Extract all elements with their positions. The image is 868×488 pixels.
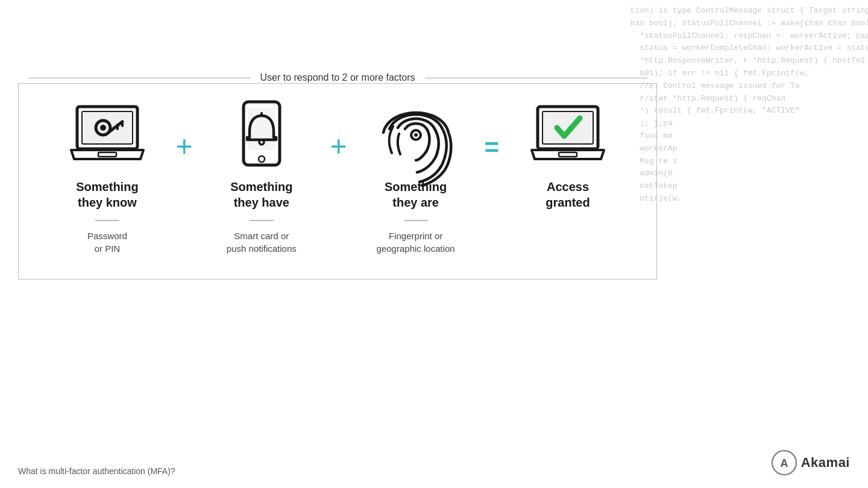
phone-bell-icon <box>222 102 301 168</box>
akamai-icon: A <box>771 449 797 476</box>
mfa-label: What is multi-factor authentication (MFA… <box>18 466 175 476</box>
plus-operator-2: + <box>330 120 347 161</box>
factor-have-divider <box>250 220 274 221</box>
plus-operator-1: + <box>176 120 193 161</box>
factor-have: Somethingthey have Smart card orpush not… <box>201 102 322 255</box>
factor-access-granted: Accessgranted <box>508 102 628 220</box>
bottom-bar: What is multi-factor authentication (MFA… <box>18 449 850 476</box>
factor-know-divider <box>95 220 119 221</box>
factor-are-title: Somethingthey are <box>385 179 447 210</box>
akamai-logo: A Akamai <box>771 449 850 476</box>
diagram-box: Somethingthey know Passwordor PIN + <box>18 83 657 280</box>
mfa-diagram: User to respond to 2 or more factors <box>18 72 657 280</box>
equals-operator: = <box>485 120 500 162</box>
svg-rect-1 <box>82 111 133 144</box>
factor-know: Somethingthey know Passwordor PIN <box>47 102 168 255</box>
factor-are: Somethingthey are Fingerprint orgeograph… <box>356 102 476 255</box>
access-granted-title: Accessgranted <box>546 179 590 210</box>
factor-know-title: Somethingthey know <box>76 179 138 210</box>
laptop-check-icon <box>529 102 607 168</box>
svg-text:A: A <box>780 457 788 469</box>
factor-have-subtitle: Smart card orpush notifications <box>227 230 297 255</box>
factor-know-subtitle: Passwordor PIN <box>87 230 127 255</box>
factor-are-subtitle: Fingerprint orgeographic location <box>377 230 455 255</box>
diagram-title: User to respond to 2 or more factors <box>18 72 657 83</box>
svg-point-13 <box>414 133 418 137</box>
svg-point-3 <box>100 125 106 131</box>
factor-have-title: Somethingthey have <box>230 179 292 210</box>
akamai-logo-text: Akamai <box>801 455 850 471</box>
fingerprint-icon <box>377 102 455 168</box>
laptop-key-icon <box>68 102 146 168</box>
factor-are-divider <box>404 220 428 221</box>
svg-rect-15 <box>542 111 593 144</box>
